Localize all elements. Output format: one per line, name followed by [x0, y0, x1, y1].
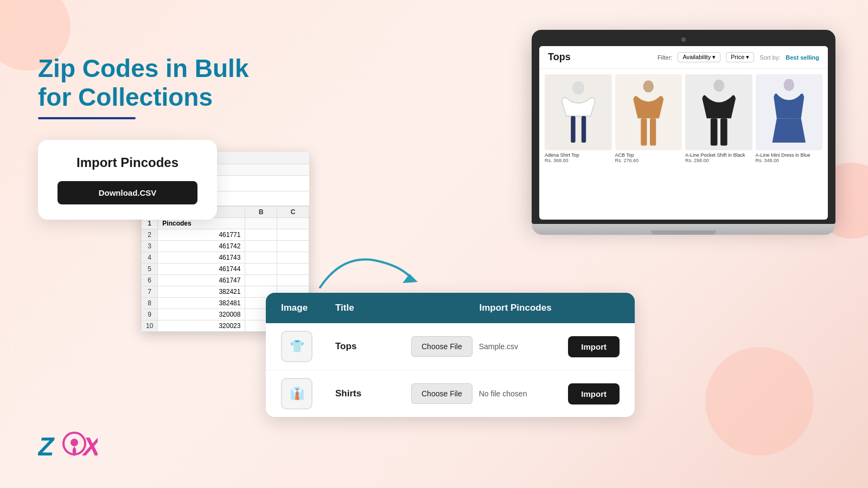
- header-image-col: Image: [281, 303, 335, 313]
- svg-point-10: [783, 79, 794, 91]
- import-table-panel: Image Title Import Pincodes 👕 Tops Choos…: [266, 293, 635, 417]
- product-img-3: [685, 74, 752, 150]
- product-card-1: Adena Shirt Top Rs. 368.00: [545, 74, 612, 163]
- tops-title: Tops: [335, 341, 411, 352]
- excel-row: 5461744: [142, 264, 309, 275]
- sort-value: Best selling: [786, 54, 819, 61]
- product-img-4: [756, 74, 823, 150]
- col-b-header: B: [245, 207, 277, 218]
- svg-text:X: X: [81, 432, 98, 461]
- tops-thumbnail: 👕: [281, 331, 312, 362]
- header-import-col: Import Pincodes: [411, 303, 620, 313]
- product-name-3: A-Line Pocket Shift in Black: [685, 152, 752, 158]
- svg-point-1: [572, 81, 584, 95]
- laptop-camera: [681, 37, 686, 42]
- shop-products-grid: Adena Shirt Top Rs. 368.00 ACB Top: [539, 69, 828, 169]
- svg-text:Z: Z: [38, 432, 55, 461]
- product-card-3: A-Line Pocket Shift in Black Rs. 298.00: [685, 74, 752, 163]
- shirts-thumbnail: 👔: [281, 378, 312, 409]
- table-row-shirts: 👔 Shirts Choose File No file chosen Impo…: [266, 370, 635, 417]
- shirts-actions: Choose File No file chosen Import: [411, 383, 620, 404]
- shop-filters: Filter: Availability ▾ Price ▾ Sort by: …: [658, 52, 819, 62]
- product-price-4: Rs. 348.00: [756, 158, 823, 163]
- svg-rect-9: [720, 118, 727, 145]
- tops-choose-file-button[interactable]: Choose File: [411, 336, 473, 357]
- product-price-1: Rs. 368.00: [545, 158, 612, 163]
- price-filter[interactable]: Price ▾: [726, 52, 754, 62]
- product-price-3: Rs. 298.00: [685, 158, 752, 163]
- svg-rect-2: [571, 116, 575, 143]
- import-pincodes-card: Import Pincodes Download.CSV: [38, 140, 217, 220]
- product-name-1: Adena Shirt Top: [545, 152, 612, 158]
- header-title-col: Title: [335, 303, 411, 313]
- svg-rect-6: [650, 118, 656, 145]
- shirts-image-cell: 👔: [281, 378, 335, 409]
- zox-logo-svg: Z X: [38, 428, 98, 461]
- title-line2: for Collections: [38, 83, 213, 111]
- laptop-screen-outer: Tops Filter: Availability ▾ Price ▾ Sort…: [532, 30, 835, 224]
- zox-logo: Z X: [38, 428, 98, 461]
- table-header-row: Image Title Import Pincodes: [266, 293, 635, 323]
- svg-point-7: [713, 80, 724, 92]
- shop-header: Tops Filter: Availability ▾ Price ▾ Sort…: [539, 46, 828, 69]
- laptop-mockup: Tops Filter: Availability ▾ Price ▾ Sort…: [532, 30, 835, 235]
- product-name-2: ACB Top: [615, 152, 682, 158]
- title-line1: Zip Codes in Bulk: [38, 54, 248, 82]
- excel-row: 4461743: [142, 252, 309, 264]
- shop-title: Tops: [548, 52, 571, 63]
- table-row-tops: 👕 Tops Choose File Sample.csv Import: [266, 323, 635, 370]
- product-card-4: A-Line Mini Dress in Blue Rs. 348.00: [756, 74, 823, 163]
- import-card-heading: Import Pincodes: [58, 155, 197, 170]
- availability-filter[interactable]: Availability ▾: [678, 52, 720, 62]
- product-card-2: ACB Top Rs. 276.60: [615, 74, 682, 163]
- download-csv-button[interactable]: Download.CSV: [58, 181, 197, 204]
- product-name-4: A-Line Mini Dress in Blue: [756, 152, 823, 158]
- excel-row: 3461742: [142, 241, 309, 252]
- product-img-2: [615, 74, 682, 150]
- product-price-2: Rs. 276.60: [615, 158, 682, 163]
- excel-row: 6461747: [142, 275, 309, 286]
- title-underline: [38, 117, 136, 119]
- tops-file-name: Sample.csv: [479, 342, 533, 351]
- col-c-header: C: [277, 207, 309, 218]
- sort-label: Sort by:: [760, 54, 780, 61]
- shirts-file-name: No file chosen: [479, 389, 533, 398]
- product-img-1: [545, 74, 612, 150]
- laptop-screen-inner: Tops Filter: Availability ▾ Price ▾ Sort…: [539, 46, 828, 220]
- tops-image-cell: 👕: [281, 331, 335, 362]
- shirts-title: Shirts: [335, 388, 411, 399]
- decorative-blob-br: [705, 347, 814, 455]
- tops-actions: Choose File Sample.csv Import: [411, 336, 620, 357]
- shirts-import-button[interactable]: Import: [568, 383, 620, 404]
- svg-marker-0: [403, 274, 418, 283]
- svg-rect-3: [581, 116, 585, 143]
- tops-import-button[interactable]: Import: [568, 336, 620, 357]
- laptop-base: [532, 224, 835, 235]
- main-title-block: Zip Codes in Bulk for Collections: [38, 54, 266, 119]
- excel-row: 2461771: [142, 229, 309, 241]
- svg-point-4: [643, 80, 654, 92]
- svg-point-13: [71, 439, 78, 446]
- svg-rect-8: [710, 118, 717, 145]
- svg-rect-5: [641, 118, 647, 145]
- shirts-choose-file-button[interactable]: Choose File: [411, 383, 473, 404]
